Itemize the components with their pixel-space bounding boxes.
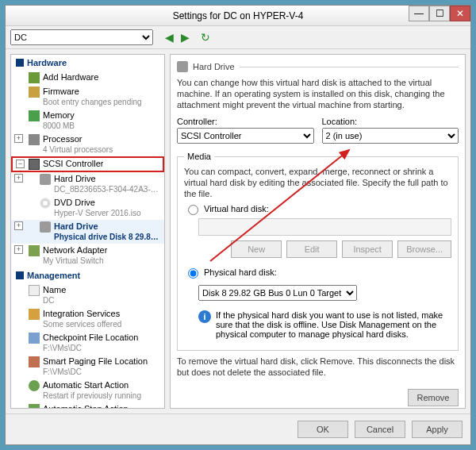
location-select[interactable]: 2 (in use) xyxy=(322,128,459,144)
panel-title: Hard Drive xyxy=(193,62,235,71)
location-label: Location: xyxy=(322,117,459,126)
edit-button: Edit xyxy=(286,240,337,258)
hard-drive-icon xyxy=(40,221,51,233)
tree-checkpoint-location[interactable]: Checkpoint File LocationF:\VMs\DC xyxy=(11,331,164,355)
tree-memory[interactable]: Memory8000 MB xyxy=(11,109,164,133)
window-title: Settings for DC on HYPER-V-4 xyxy=(173,10,304,21)
management-header: Management xyxy=(11,267,164,283)
name-icon xyxy=(29,285,40,296)
back-icon[interactable]: ◀ xyxy=(163,31,175,44)
expand-icon[interactable]: + xyxy=(14,245,23,254)
detail-panel: Hard Drive You can change how this virtu… xyxy=(170,54,466,409)
ok-button[interactable]: OK xyxy=(298,421,348,438)
media-legend: Media xyxy=(184,152,214,161)
virtual-hard-disk-label: Virtual hard disk: xyxy=(204,204,269,213)
settings-tree[interactable]: Hardware Add Hardware FirmwareBoot entry… xyxy=(10,54,165,409)
vhd-path-input xyxy=(198,218,451,236)
titlebar: Settings for DC on HYPER-V-4 — ☐ ✕ xyxy=(6,6,470,26)
virtual-hard-disk-radio[interactable] xyxy=(188,205,198,215)
media-fieldset: Media You can compact, convert, expand, … xyxy=(177,152,459,351)
services-icon xyxy=(29,309,40,320)
checkpoint-icon xyxy=(29,333,40,344)
tree-auto-start[interactable]: Automatic Start ActionRestart if previou… xyxy=(11,379,164,402)
info-icon: i xyxy=(198,310,211,323)
hard-drive-icon xyxy=(40,174,51,185)
inspect-button: Inspect xyxy=(342,240,393,258)
tree-firmware[interactable]: FirmwareBoot entry changes pending xyxy=(11,85,164,109)
cancel-button[interactable]: Cancel xyxy=(355,421,405,438)
browse-button: Browse... xyxy=(397,240,451,258)
tree-hard-drive-2[interactable]: + Hard DrivePhysical drive Disk 8 29.82.… xyxy=(11,220,164,244)
tree-network-adapter[interactable]: + Network AdapterMy Virtual Switch xyxy=(11,244,164,267)
hardware-header: Hardware xyxy=(11,55,164,71)
expand-icon[interactable]: + xyxy=(14,134,23,143)
physical-hard-disk-label: Physical hard disk: xyxy=(204,267,277,277)
remove-button[interactable]: Remove xyxy=(408,389,459,406)
start-action-icon xyxy=(29,380,40,391)
tree-scsi-controller[interactable]: − SCSI Controller xyxy=(11,156,164,172)
collapse-icon[interactable]: − xyxy=(16,160,25,168)
vm-selector[interactable]: DC xyxy=(10,29,153,45)
panel-title-row: Hard Drive xyxy=(177,61,459,72)
controller-label: Controller: xyxy=(177,117,314,126)
scsi-icon xyxy=(29,159,40,170)
close-button[interactable]: ✕ xyxy=(450,6,470,21)
physical-disk-info: If the physical hard disk you want to us… xyxy=(216,310,451,339)
network-icon xyxy=(29,245,40,256)
physical-disk-select[interactable]: Disk 8 29.82 GB Bus 0 Lun 0 Target 0 xyxy=(198,285,357,301)
expand-icon[interactable]: + xyxy=(14,174,23,183)
remove-description: To remove the virtual hard disk, click R… xyxy=(177,356,459,378)
hard-drive-icon xyxy=(177,61,188,72)
maximize-button[interactable]: ☐ xyxy=(429,6,450,21)
media-description: You can compact, convert, expand, merge,… xyxy=(184,166,451,199)
paging-icon xyxy=(29,356,40,367)
panel-description: You can change how this virtual hard dis… xyxy=(177,77,459,110)
expand-icon[interactable]: + xyxy=(14,221,23,230)
stop-action-icon xyxy=(29,404,40,409)
dialog-footer: OK Cancel Apply xyxy=(6,413,470,444)
processor-icon xyxy=(29,134,40,145)
tree-smart-paging[interactable]: Smart Paging File LocationF:\VMs\DC xyxy=(11,355,164,379)
dvd-icon xyxy=(40,198,51,209)
controller-select[interactable]: SCSI Controller xyxy=(177,128,314,144)
tree-dvd-drive[interactable]: DVD DriveHyper-V Server 2016.iso xyxy=(11,196,164,220)
settings-window: Settings for DC on HYPER-V-4 — ☐ ✕ DC ◀ … xyxy=(5,5,471,445)
physical-hard-disk-radio[interactable] xyxy=(188,268,198,279)
tree-hard-drive-1[interactable]: + Hard DriveDC_8B236653-F304-42A3-9C5... xyxy=(11,172,164,196)
tree-processor[interactable]: + Processor4 Virtual processors xyxy=(11,133,164,156)
forward-icon[interactable]: ▶ xyxy=(178,31,191,44)
tree-integration-services[interactable]: Integration ServicesSome services offere… xyxy=(11,307,164,331)
tree-add-hardware[interactable]: Add Hardware xyxy=(11,71,164,85)
minimize-button[interactable]: — xyxy=(409,6,429,21)
apply-button[interactable]: Apply xyxy=(412,421,463,438)
tree-name[interactable]: NameDC xyxy=(11,283,164,307)
add-hardware-icon xyxy=(29,72,40,83)
refresh-icon[interactable]: ↻ xyxy=(199,31,212,44)
firmware-icon xyxy=(29,87,40,98)
toolbar: DC ◀ ▶ ↻ xyxy=(6,26,470,49)
tree-auto-stop[interactable]: Automatic Stop ActionSave xyxy=(11,402,164,409)
memory-icon xyxy=(29,110,40,121)
new-button: New xyxy=(231,240,282,258)
